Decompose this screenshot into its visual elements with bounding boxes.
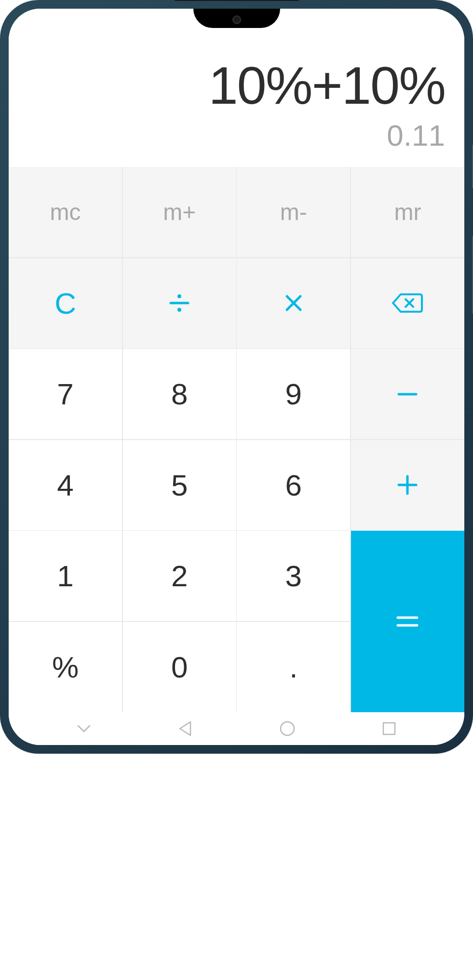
multiply-icon	[284, 293, 303, 313]
phone-frame: 10%+10% 0.11 mc m+ m- mr C	[0, 0, 473, 754]
digit-8-button[interactable]: 8	[123, 349, 236, 439]
chevron-down-icon	[74, 719, 94, 738]
keypad: mc m+ m- mr C	[9, 167, 464, 712]
minus-button[interactable]	[351, 349, 464, 439]
speaker-grille	[174, 0, 299, 1]
svg-marker-12	[180, 722, 190, 735]
digit-7-button[interactable]: 7	[9, 349, 122, 439]
equals-button[interactable]	[351, 531, 464, 712]
display-area: 10%+10% 0.11	[9, 9, 464, 167]
plus-button[interactable]	[351, 440, 464, 530]
svg-rect-14	[383, 723, 395, 734]
backspace-button[interactable]	[351, 258, 464, 348]
triangle-back-icon	[176, 719, 195, 738]
notch	[193, 9, 280, 28]
percent-button[interactable]: %	[9, 622, 122, 712]
memory-clear-button[interactable]: mc	[9, 167, 122, 257]
minus-icon	[397, 389, 418, 399]
svg-point-13	[281, 722, 294, 735]
keyboard-hide-button[interactable]	[69, 714, 98, 743]
phone-screen: 10%+10% 0.11 mc m+ m- mr C	[9, 9, 464, 745]
memory-minus-button[interactable]: m-	[237, 167, 350, 257]
circle-home-icon	[278, 719, 297, 738]
digit-3-button[interactable]: 3	[237, 531, 350, 621]
divide-button[interactable]	[123, 258, 236, 348]
divide-icon	[169, 292, 190, 314]
digit-4-button[interactable]: 4	[9, 440, 122, 530]
square-recent-icon	[379, 719, 399, 738]
digit-6-button[interactable]: 6	[237, 440, 350, 530]
multiply-button[interactable]	[237, 258, 350, 348]
memory-plus-button[interactable]: m+	[123, 167, 236, 257]
navigation-bar	[9, 712, 464, 745]
digit-2-button[interactable]: 2	[123, 531, 236, 621]
digit-1-button[interactable]: 1	[9, 531, 122, 621]
digit-9-button[interactable]: 9	[237, 349, 350, 439]
plus-icon	[397, 474, 418, 496]
equals-icon	[396, 615, 419, 628]
result-display: 0.11	[387, 118, 445, 152]
expression-display: 10%+10%	[208, 56, 445, 114]
clear-button[interactable]: C	[9, 258, 122, 348]
calculator-app: 10%+10% 0.11 mc m+ m- mr C	[9, 9, 464, 745]
nav-recent-button[interactable]	[375, 714, 404, 743]
decimal-button[interactable]: .	[237, 622, 350, 712]
nav-home-button[interactable]	[273, 714, 302, 743]
svg-point-2	[177, 308, 181, 312]
digit-0-button[interactable]: 0	[123, 622, 236, 712]
front-camera	[232, 15, 241, 24]
digit-5-button[interactable]: 5	[123, 440, 236, 530]
svg-point-0	[177, 294, 181, 298]
nav-back-button[interactable]	[171, 714, 200, 743]
backspace-icon	[392, 292, 423, 314]
memory-recall-button[interactable]: mr	[351, 167, 464, 257]
